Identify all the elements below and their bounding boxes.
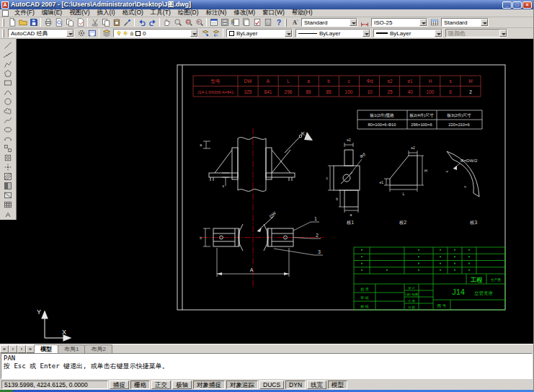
menu-help[interactable]: 帮助(H)	[288, 9, 316, 17]
polyline-tool-icon[interactable]	[1, 59, 15, 68]
workspace-select[interactable]: AutoCAD 经典	[8, 29, 74, 37]
properties-icon[interactable]	[208, 18, 219, 27]
chevron-down-icon[interactable]	[419, 19, 427, 26]
toggle-snap[interactable]: 捕捉	[110, 380, 129, 389]
menu-insert[interactable]: 插入(I)	[94, 9, 119, 17]
next-tab-icon[interactable]: ›	[17, 345, 26, 353]
hatch-tool-icon[interactable]	[1, 172, 15, 181]
zoom-window-icon[interactable]	[183, 18, 194, 27]
table-tool-icon[interactable]	[1, 200, 15, 209]
save-workspace-icon[interactable]	[86, 29, 97, 38]
revision-cloud-tool-icon[interactable]	[1, 106, 15, 115]
spline-tool-icon[interactable]	[1, 115, 15, 125]
layer-previous-icon[interactable]	[210, 29, 221, 38]
model-space-canvas[interactable]: 型号 DW A L a b c Φd e2 e1 H s M J14-1 DN3…	[17, 39, 534, 344]
chevron-down-icon[interactable]	[285, 30, 292, 37]
save-icon[interactable]	[28, 18, 39, 27]
toggle-dyn[interactable]: DYN	[285, 380, 306, 389]
menu-format[interactable]: 格式(O)	[119, 9, 147, 17]
toolbar-grip[interactable]	[2, 30, 4, 37]
chevron-down-icon[interactable]	[190, 30, 197, 37]
chevron-down-icon[interactable]	[435, 30, 442, 37]
designcenter-icon[interactable]	[219, 18, 230, 27]
chevron-down-icon[interactable]	[481, 19, 488, 26]
help-icon[interactable]	[273, 18, 284, 27]
match-properties-icon[interactable]	[122, 18, 133, 27]
menu-draw[interactable]: 绘图(D)	[174, 9, 203, 17]
first-tab-icon[interactable]: «	[0, 345, 9, 353]
chevron-down-icon[interactable]	[499, 30, 507, 37]
arc-tool-icon[interactable]	[1, 87, 15, 97]
menu-modify[interactable]: 修改(M)	[230, 9, 259, 17]
undo-icon[interactable]	[136, 18, 147, 27]
lineweight-select[interactable]: ByLayer	[373, 29, 442, 37]
menu-view[interactable]: 视图(V)	[66, 9, 93, 17]
pan-icon[interactable]	[161, 18, 172, 27]
ellipse-tool-icon[interactable]	[1, 125, 15, 134]
chevron-down-icon[interactable]	[350, 19, 357, 26]
tab-model[interactable]: 模型	[34, 344, 58, 353]
plot-icon[interactable]	[43, 18, 53, 27]
table-style-select[interactable]: Standard	[441, 18, 489, 27]
circle-tool-icon[interactable]	[1, 97, 15, 106]
linetype-select[interactable]: ByLayer	[295, 29, 370, 37]
paste-icon[interactable]	[111, 18, 122, 27]
make-block-tool-icon[interactable]	[1, 153, 15, 162]
zoom-realtime-icon[interactable]	[172, 18, 183, 27]
text-style-select[interactable]: Standard	[301, 18, 357, 27]
menu-dimension[interactable]: 标注(N)	[203, 9, 231, 17]
chevron-down-icon[interactable]	[362, 30, 370, 37]
toggle-lineweight[interactable]: 线宽	[307, 380, 326, 389]
toggle-osnap[interactable]: 对象捕捉	[193, 380, 225, 389]
line-tool-icon[interactable]	[1, 40, 15, 50]
menu-window[interactable]: 窗口(W)	[259, 9, 288, 17]
plot-style-select[interactable]: 随颜色	[445, 29, 507, 37]
polygon-tool-icon[interactable]	[1, 68, 15, 78]
menu-file[interactable]: 文件(F)	[11, 9, 38, 17]
tool-palettes-icon[interactable]	[230, 18, 241, 27]
region-tool-icon[interactable]	[1, 190, 15, 200]
prev-tab-icon[interactable]: ‹	[9, 345, 17, 353]
menu-tools[interactable]: 工具(T)	[147, 9, 174, 17]
point-tool-icon[interactable]	[1, 162, 15, 172]
rectangle-tool-icon[interactable]	[1, 78, 15, 87]
tab-layout2[interactable]: 布局2	[84, 344, 112, 353]
menu-edit[interactable]: 编辑(E)	[38, 9, 66, 17]
markup-set-manager-icon[interactable]	[252, 18, 262, 27]
command-window[interactable]: PAN 按 Esc 或 Enter 键退出, 或单击右键显示快捷菜单。	[1, 353, 533, 379]
toolbar-grip[interactable]	[285, 19, 287, 27]
toggle-ducs[interactable]: DUCS	[259, 380, 284, 389]
new-icon[interactable]	[6, 18, 17, 27]
zoom-previous-icon[interactable]	[194, 18, 205, 27]
ellipse-arc-tool-icon[interactable]	[1, 134, 15, 143]
cut-icon[interactable]	[89, 18, 100, 27]
3d-dwf-icon[interactable]	[75, 18, 86, 27]
insert-block-tool-icon[interactable]	[1, 143, 15, 153]
dim-style-select[interactable]: ISO-25	[371, 18, 427, 27]
plot-preview-icon[interactable]	[53, 18, 64, 27]
quickcalc-icon[interactable]	[262, 18, 273, 27]
toggle-model[interactable]: 模型	[328, 380, 347, 389]
toggle-ortho[interactable]: 正交	[151, 380, 171, 389]
color-select[interactable]: ByLayer	[226, 29, 293, 37]
toggle-grid[interactable]: 栅格	[130, 380, 150, 389]
coordinate-display[interactable]: 5139.5998, 4224.6125, 0.0000	[1, 380, 108, 389]
maximize-button[interactable]: □	[512, 1, 522, 9]
toggle-otrack[interactable]: 对象追踪	[226, 380, 258, 389]
sheet-set-manager-icon[interactable]	[241, 18, 252, 27]
workspace-settings-icon[interactable]	[76, 29, 86, 38]
gradient-tool-icon[interactable]	[1, 181, 15, 190]
toggle-polar[interactable]: 极轴	[172, 380, 192, 389]
layer-properties-manager-icon[interactable]	[101, 29, 112, 38]
layer-select[interactable]: 0	[113, 29, 198, 37]
minimize-button[interactable]: _	[502, 1, 512, 9]
open-icon[interactable]	[17, 18, 28, 27]
chevron-down-icon[interactable]	[66, 30, 74, 37]
make-object-layer-current-icon[interactable]	[200, 29, 210, 38]
redo-icon[interactable]	[147, 18, 158, 27]
table-style-icon[interactable]	[429, 18, 440, 27]
dim-style-icon[interactable]	[359, 18, 370, 27]
construction-line-tool-icon[interactable]	[1, 50, 15, 59]
copy-icon[interactable]	[100, 18, 111, 27]
text-style-icon[interactable]	[289, 18, 300, 27]
